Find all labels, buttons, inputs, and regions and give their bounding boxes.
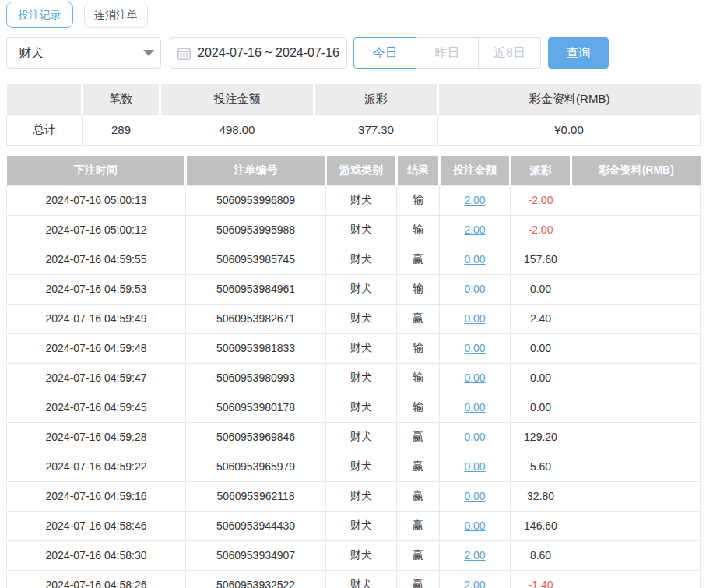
bet-result-cell: 输 bbox=[397, 363, 440, 393]
bet-row: 2024-07-16 04:59:555060953985745财犬赢0.001… bbox=[7, 245, 701, 274]
bets-header-result: 结果 bbox=[397, 156, 440, 185]
bet-row: 2024-07-16 04:59:475060953980993财犬输0.000… bbox=[7, 363, 701, 393]
bet-result-cell: 赢 bbox=[397, 540, 440, 570]
bet-amount-cell: 0.00 bbox=[440, 452, 511, 481]
quick-range-last8days[interactable]: 近8日 bbox=[478, 37, 541, 69]
bets-header-bonus: 彩金资料(RMB) bbox=[571, 156, 701, 185]
bet-amount-link[interactable]: 0.00 bbox=[464, 371, 485, 384]
bet-result-cell: 赢 bbox=[397, 245, 440, 274]
bet-amount-link[interactable]: 0.00 bbox=[464, 401, 485, 414]
bet-time-cell: 2024-07-16 05:00:12 bbox=[7, 215, 186, 245]
bet-no-cell: 5060953969846 bbox=[186, 422, 326, 452]
bet-amount-link[interactable]: 2.00 bbox=[464, 194, 485, 206]
bet-game-cell: 财犬 bbox=[326, 393, 397, 422]
bet-time-cell: 2024-07-16 04:58:46 bbox=[7, 511, 186, 540]
summary-header-payout: 派彩 bbox=[314, 84, 438, 114]
summary-header-row: 笔数投注金额派彩彩金资料(RMB) bbox=[7, 84, 701, 114]
bet-no-cell: 5060953944430 bbox=[186, 511, 326, 540]
bet-game-cell: 财犬 bbox=[326, 540, 397, 570]
bet-no-cell: 5060953962118 bbox=[186, 481, 326, 511]
bet-payout-cell: 0.00 bbox=[511, 363, 571, 393]
bet-amount-cell: 0.00 bbox=[440, 245, 511, 274]
bet-amount-link[interactable]: 2.00 bbox=[464, 549, 485, 562]
bets-header-row: 下注时间注单编号游戏类别结果投注金额派彩彩金资料(RMB) bbox=[7, 156, 701, 185]
bet-game-cell: 财犬 bbox=[326, 304, 397, 333]
bet-amount-link[interactable]: 0.00 bbox=[464, 460, 485, 473]
bet-payout-cell: 8.60 bbox=[511, 540, 571, 570]
summary-header-blank bbox=[7, 84, 83, 114]
bet-time-cell: 2024-07-16 04:59:47 bbox=[7, 363, 186, 393]
bet-amount-cell: 0.00 bbox=[440, 274, 511, 304]
bet-amount-cell: 0.00 bbox=[440, 393, 511, 422]
bet-payout-cell: -1.40 bbox=[511, 570, 571, 588]
bets-header-time: 下注时间 bbox=[7, 156, 186, 185]
bet-game-cell: 财犬 bbox=[326, 452, 397, 481]
bet-result-cell: 赢 bbox=[397, 452, 440, 481]
date-range-value: 2024-07-16 ~ 2024-07-16 bbox=[198, 46, 339, 60]
bet-row: 2024-07-16 04:59:285060953969846财犬赢0.001… bbox=[7, 422, 701, 452]
bet-amount-link[interactable]: 0.00 bbox=[464, 342, 485, 354]
bet-payout-cell: 157.60 bbox=[511, 245, 571, 274]
bet-bonus-cell bbox=[571, 511, 701, 540]
bet-row: 2024-07-16 04:59:225060953965979财犬赢0.005… bbox=[7, 452, 701, 481]
filter-toolbar: 财犬 2024-07-16 ~ 2024-07-16 今日 昨日 近8日 查询 bbox=[6, 37, 700, 69]
bet-time-cell: 2024-07-16 04:59:28 bbox=[7, 422, 186, 452]
bet-row: 2024-07-16 04:59:165060953962118财犬赢0.003… bbox=[7, 481, 701, 511]
bet-payout-cell: 0.00 bbox=[511, 274, 571, 304]
bet-time-cell: 2024-07-16 04:59:45 bbox=[7, 393, 186, 422]
bet-game-cell: 财犬 bbox=[326, 274, 397, 304]
bet-game-cell: 财犬 bbox=[326, 422, 397, 452]
summary-total-payout: 377.30 bbox=[314, 114, 438, 145]
bet-amount-cell: 0.00 bbox=[440, 481, 511, 511]
bet-amount-link[interactable]: 2.00 bbox=[464, 579, 485, 588]
bet-amount-link[interactable]: 0.00 bbox=[464, 312, 485, 325]
bet-amount-link[interactable]: 0.00 bbox=[464, 519, 485, 532]
bet-bonus-cell bbox=[571, 570, 701, 588]
bet-time-cell: 2024-07-16 04:58:30 bbox=[7, 540, 186, 570]
bet-amount-cell: 0.00 bbox=[440, 363, 511, 393]
tab-betting-records[interactable]: 投注记录 bbox=[6, 2, 73, 28]
bets-header-game: 游戏类别 bbox=[326, 156, 397, 185]
bet-row: 2024-07-16 04:58:265060953932522财犬赢2.00-… bbox=[7, 570, 701, 588]
bet-amount-link[interactable]: 0.00 bbox=[464, 490, 485, 502]
summary-header-bonus: 彩金资料(RMB) bbox=[438, 84, 701, 114]
tab-cancelled-bets[interactable]: 连消注单 bbox=[84, 2, 148, 28]
bet-amount-link[interactable]: 0.00 bbox=[464, 431, 485, 443]
bet-row: 2024-07-16 04:59:455060953980178财犬输0.000… bbox=[7, 393, 701, 422]
bet-game-cell: 财犬 bbox=[326, 245, 397, 274]
game-select[interactable]: 财犬 bbox=[6, 37, 161, 69]
bet-time-cell: 2024-07-16 04:59:16 bbox=[7, 481, 186, 511]
bet-amount-cell: 2.00 bbox=[440, 540, 511, 570]
bet-result-cell: 输 bbox=[397, 333, 440, 363]
date-range-input[interactable]: 2024-07-16 ~ 2024-07-16 bbox=[170, 37, 347, 69]
bet-row: 2024-07-16 04:58:305060953934907财犬赢2.008… bbox=[7, 540, 701, 570]
search-button[interactable]: 查询 bbox=[548, 37, 609, 69]
bet-payout-cell: 0.00 bbox=[511, 333, 571, 363]
quick-range-yesterday[interactable]: 昨日 bbox=[416, 37, 479, 69]
summary-total-label: 总计 bbox=[7, 114, 83, 145]
bet-bonus-cell bbox=[571, 215, 701, 245]
top-tabs: 投注记录 连消注单 bbox=[6, 2, 700, 28]
bet-bonus-cell bbox=[571, 540, 701, 570]
bet-no-cell: 5060953932522 bbox=[186, 570, 326, 588]
bet-amount-cell: 0.00 bbox=[440, 304, 511, 333]
bet-time-cell: 2024-07-16 04:59:49 bbox=[7, 304, 186, 333]
quick-range-today[interactable]: 今日 bbox=[353, 37, 416, 69]
bet-bonus-cell bbox=[571, 333, 701, 363]
bet-bonus-cell bbox=[571, 245, 701, 274]
summary-total-bet-amount: 498.00 bbox=[160, 114, 314, 145]
bet-no-cell: 5060953934907 bbox=[186, 540, 326, 570]
bet-amount-link[interactable]: 0.00 bbox=[464, 283, 485, 295]
bet-amount-link[interactable]: 2.00 bbox=[464, 224, 485, 236]
bet-bonus-cell bbox=[571, 422, 701, 452]
bet-no-cell: 5060953982671 bbox=[186, 304, 326, 333]
bet-row: 2024-07-16 05:00:125060953995988财犬输2.00-… bbox=[7, 215, 701, 245]
bet-result-cell: 赢 bbox=[397, 422, 440, 452]
summary-table: 笔数投注金额派彩彩金资料(RMB) 总计289498.00377.30¥0.00 bbox=[6, 84, 701, 146]
bet-no-cell: 5060953985745 bbox=[186, 245, 326, 274]
bet-no-cell: 5060953965979 bbox=[186, 452, 326, 481]
bet-amount-link[interactable]: 0.00 bbox=[464, 253, 485, 266]
bet-row: 2024-07-16 04:59:495060953982671财犬赢0.002… bbox=[7, 304, 701, 333]
bet-amount-cell: 2.00 bbox=[440, 570, 511, 588]
bet-game-cell: 财犬 bbox=[326, 185, 397, 215]
